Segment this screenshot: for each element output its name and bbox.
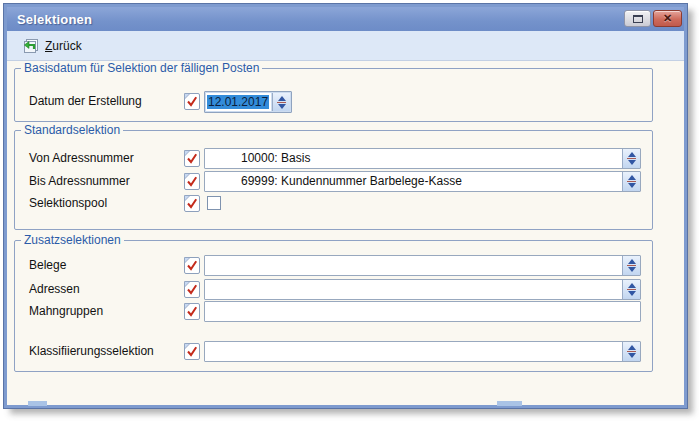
spin-down-icon <box>628 267 636 272</box>
spin-down-icon <box>628 291 636 296</box>
group-standardselektion: Standardselektion Von Adressnummer 10000… <box>14 130 653 230</box>
back-button[interactable]: Zurück <box>15 34 92 58</box>
spin-divider <box>627 158 636 159</box>
field-label: Selektionspool <box>29 193 107 214</box>
von-adressnummer-dropdown[interactable]: 10000: Basis <box>204 148 641 169</box>
toolbar: Zurück <box>7 31 684 61</box>
row-von-adressnummer: Von Adressnummer 10000: Basis <box>15 148 652 169</box>
row-belege: Belege <box>15 255 652 276</box>
adressen-dropdown[interactable] <box>204 279 641 300</box>
group-basisdatum: Basisdatum für Selektion der fälligen Po… <box>14 68 653 122</box>
spin-divider <box>627 265 636 266</box>
spin-down-icon <box>278 104 286 109</box>
row-adressen: Adressen <box>15 279 652 300</box>
dropdown-spinner[interactable] <box>622 172 640 191</box>
row-datum-der-erstellung: Datum der Erstellung 12.01.2017 <box>15 91 652 112</box>
confirm-checkbox-icon[interactable] <box>184 303 200 320</box>
field-label: Adressen <box>29 279 80 300</box>
back-arrow-icon <box>22 38 39 54</box>
close-icon: ✕ <box>663 13 672 24</box>
group-zusatzselektionen-legend: Zusatzselektionen <box>21 233 124 247</box>
background-window-edge <box>497 401 522 406</box>
group-basisdatum-legend: Basisdatum für Selektion der fälligen Po… <box>21 61 262 75</box>
selektionen-window: Selektionen ✕ Zurück <box>4 4 687 408</box>
spin-up-icon <box>628 175 636 180</box>
close-button[interactable]: ✕ <box>653 10 682 27</box>
dropdown-value <box>205 256 622 275</box>
minimize-button[interactable] <box>624 10 651 27</box>
confirm-checkbox-icon[interactable] <box>184 173 200 190</box>
row-bis-adressnummer: Bis Adressnummer 69999: Kundennummer Bar… <box>15 171 652 192</box>
dropdown-value: 69999: Kundennummer Barbelege-Kasse <box>205 172 622 191</box>
date-spinner[interactable] <box>272 93 290 111</box>
dropdown-value <box>205 280 622 299</box>
field-label: Mahngruppen <box>29 301 103 322</box>
dropdown-spinner[interactable] <box>622 280 640 299</box>
dialog-body: Basisdatum für Selektion der fälligen Po… <box>7 61 684 405</box>
spin-down-icon <box>628 183 636 188</box>
minimize-icon <box>633 15 643 23</box>
window-title: Selektionen <box>17 12 92 27</box>
date-input[interactable]: 12.01.2017 <box>204 91 292 113</box>
dropdown-value: 10000: Basis <box>205 149 622 168</box>
spin-divider <box>627 181 636 182</box>
belege-dropdown[interactable] <box>204 255 641 276</box>
confirm-checkbox-icon[interactable] <box>184 150 200 167</box>
field-label: Klassifiierungsselektion <box>29 341 154 362</box>
field-label: Datum der Erstellung <box>29 91 142 112</box>
spin-down-icon <box>628 160 636 165</box>
spin-up-icon <box>628 283 636 288</box>
spin-divider <box>277 102 286 103</box>
field-label: Von Adressnummer <box>29 148 134 169</box>
desktop: Selektionen ✕ Zurück <box>0 0 699 425</box>
confirm-checkbox-icon[interactable] <box>184 281 200 298</box>
bis-adressnummer-dropdown[interactable]: 69999: Kundennummer Barbelege-Kasse <box>204 171 641 192</box>
confirm-checkbox-icon[interactable] <box>184 195 200 212</box>
title-bar[interactable]: Selektionen ✕ <box>7 7 684 31</box>
mahngruppen-input[interactable] <box>204 301 641 322</box>
back-button-label: Zurück <box>45 39 82 53</box>
dropdown-value <box>205 342 622 361</box>
dropdown-spinner[interactable] <box>622 256 640 275</box>
spin-divider <box>627 351 636 352</box>
confirm-checkbox-icon[interactable] <box>184 343 200 360</box>
background-window-edge <box>28 401 47 406</box>
field-label: Belege <box>29 255 66 276</box>
row-mahngruppen: Mahngruppen <box>15 301 652 322</box>
row-klassifiierungsselektion: Klassifiierungsselektion <box>15 341 652 362</box>
spin-up-icon <box>278 96 286 101</box>
spin-up-icon <box>628 259 636 264</box>
confirm-checkbox-icon[interactable] <box>184 257 200 274</box>
row-selektionspool: Selektionspool <box>15 193 652 214</box>
selektionspool-checkbox[interactable] <box>207 196 221 210</box>
klassifiierungsselektion-dropdown[interactable] <box>204 341 641 362</box>
dropdown-spinner[interactable] <box>622 149 640 168</box>
date-input-text[interactable]: 12.01.2017 <box>206 93 271 111</box>
confirm-checkbox-icon[interactable] <box>184 93 200 110</box>
spin-up-icon <box>628 345 636 350</box>
dropdown-spinner[interactable] <box>622 342 640 361</box>
spin-up-icon <box>628 152 636 157</box>
group-standardselektion-legend: Standardselektion <box>21 123 123 137</box>
spin-divider <box>627 289 636 290</box>
spin-down-icon <box>628 353 636 358</box>
group-zusatzselektionen: Zusatzselektionen Belege <box>14 240 653 372</box>
field-label: Bis Adressnummer <box>29 171 130 192</box>
